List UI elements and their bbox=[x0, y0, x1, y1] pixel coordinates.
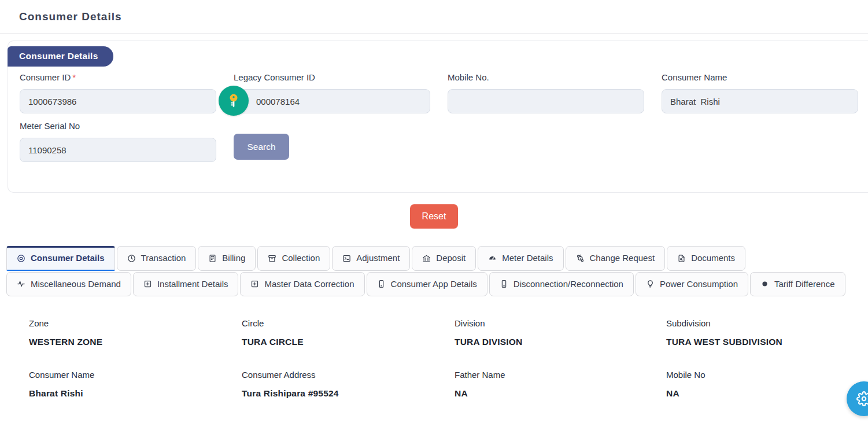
detail-label: Consumer Address bbox=[242, 370, 455, 380]
detail-value: TURA WEST SUBDIVISION bbox=[666, 337, 862, 347]
key-icon[interactable] bbox=[219, 86, 249, 116]
detail-zone: Zone WESTERN ZONE bbox=[29, 318, 242, 347]
gauge-icon bbox=[488, 254, 497, 263]
search-button-cell: Search bbox=[234, 121, 430, 162]
activity-icon bbox=[17, 280, 25, 288]
detail-label: Zone bbox=[29, 318, 242, 328]
tab-consumer-details[interactable]: Consumer Details bbox=[6, 246, 115, 271]
tab-label: Meter Details bbox=[502, 253, 553, 263]
tab-billing[interactable]: Billing bbox=[198, 246, 256, 271]
file-search-icon bbox=[677, 254, 686, 263]
legacy-consumer-id-input[interactable] bbox=[234, 89, 430, 113]
tab-label: Consumer App Details bbox=[391, 280, 477, 289]
tab-label: Power Consumption bbox=[660, 280, 738, 289]
search-button[interactable]: Search bbox=[234, 134, 289, 160]
reset-button[interactable]: Reset bbox=[410, 204, 458, 229]
detail-consumer-name: Consumer Name Bharat Rishi bbox=[29, 370, 242, 399]
consumer-name-input[interactable] bbox=[662, 89, 858, 113]
reset-row: Reset bbox=[0, 204, 868, 229]
tab-label: Master Data Correction bbox=[264, 280, 354, 289]
consumer-name-label: Consumer Name bbox=[662, 72, 858, 82]
search-form: Consumer ID* Legacy Consumer ID bbox=[20, 72, 856, 162]
detail-label: Mobile No bbox=[666, 370, 862, 380]
detail-value: NA bbox=[455, 388, 666, 399]
detail-label: Circle bbox=[242, 318, 455, 328]
detail-consumer-address: Consumer Address Tura Rishipara #95524 bbox=[242, 370, 455, 399]
tab-deposit[interactable]: Deposit bbox=[412, 246, 476, 271]
bulb-icon bbox=[646, 280, 655, 288]
tab-label: Billing bbox=[222, 253, 245, 263]
tab-master-data-correction[interactable]: Master Data Correction bbox=[240, 272, 364, 297]
tab-label: Change Request bbox=[590, 253, 655, 263]
detail-division: Division TURA DIVISION bbox=[455, 318, 666, 347]
detail-label: Father Name bbox=[455, 370, 666, 380]
mobile-no-field-group: Mobile No. bbox=[448, 72, 644, 113]
required-asterisk: * bbox=[72, 72, 76, 82]
meter-serial-field-group: Meter Serial No bbox=[20, 121, 216, 162]
plus-square-icon bbox=[250, 280, 259, 288]
tab-disconnection-reconnection[interactable]: Disconnection/Reconnection bbox=[489, 272, 634, 297]
legacy-consumer-id-field-group: Legacy Consumer ID bbox=[234, 72, 430, 113]
tab-label: Transaction bbox=[141, 253, 186, 263]
tab-label: Installment Details bbox=[157, 280, 228, 289]
consumer-id-field-group: Consumer ID* bbox=[20, 72, 216, 113]
detail-subdivision: Subdivision TURA WEST SUBDIVISION bbox=[666, 318, 862, 347]
detail-father-name: Father Name NA bbox=[455, 370, 666, 399]
target-icon bbox=[17, 254, 25, 263]
tab-label: Documents bbox=[691, 253, 735, 263]
tab-label: Miscellaneous Demand bbox=[31, 280, 121, 289]
detail-value: Tura Rishipara #95524 bbox=[242, 388, 455, 399]
ledger-icon bbox=[208, 254, 217, 263]
consumer-id-label-text: Consumer ID bbox=[20, 72, 71, 82]
tab-transaction[interactable]: Transaction bbox=[117, 246, 197, 271]
detail-value: TURA CIRCLE bbox=[242, 337, 455, 347]
detail-label: Subdivision bbox=[666, 318, 862, 328]
tab-bar: Consumer Details Transaction Billing Col… bbox=[6, 246, 862, 296]
detail-circle: Circle TURA CIRCLE bbox=[242, 318, 455, 347]
consumer-id-input[interactable] bbox=[20, 89, 216, 113]
dot-icon bbox=[760, 280, 769, 288]
page-header: Consumer Details bbox=[0, 0, 868, 34]
detail-value: Bharat Rishi bbox=[29, 388, 242, 399]
tab-adjustment[interactable]: Adjustment bbox=[332, 246, 410, 271]
tab-label: Collection bbox=[282, 253, 320, 263]
meter-serial-input[interactable] bbox=[20, 138, 216, 162]
tab-collection[interactable]: Collection bbox=[257, 246, 330, 271]
tab-change-request[interactable]: Change Request bbox=[566, 246, 666, 271]
consumer-details-panel: Zone WESTERN ZONE Circle TURA CIRCLE Div… bbox=[6, 296, 862, 399]
git-compare-icon bbox=[576, 254, 585, 263]
detail-label: Division bbox=[455, 318, 666, 328]
tab-label: Deposit bbox=[436, 253, 466, 263]
tab-miscellaneous-demand[interactable]: Miscellaneous Demand bbox=[6, 272, 131, 297]
box-icon bbox=[268, 254, 276, 263]
tab-installment-details[interactable]: Installment Details bbox=[133, 272, 239, 297]
consumer-search-card: Consumer Details Consumer ID* Legacy Con… bbox=[8, 41, 868, 193]
key-icon-glyph bbox=[225, 92, 242, 109]
tab-consumer-app-details[interactable]: Consumer App Details bbox=[367, 272, 487, 297]
tab-documents[interactable]: Documents bbox=[667, 246, 745, 271]
terminal-icon bbox=[342, 254, 351, 263]
tab-label: Adjustment bbox=[356, 253, 400, 263]
mobile-no-input[interactable] bbox=[448, 89, 644, 113]
consumer-name-field-group: Consumer Name bbox=[662, 72, 858, 113]
consumer-id-label: Consumer ID* bbox=[20, 72, 216, 82]
mobile-no-label: Mobile No. bbox=[448, 72, 644, 82]
tab-label: Tariff Difference bbox=[774, 280, 835, 289]
card-badge: Consumer Details bbox=[8, 46, 113, 67]
bank-icon bbox=[422, 254, 431, 263]
detail-label: Consumer Name bbox=[29, 370, 242, 380]
smartphone-icon bbox=[500, 280, 508, 288]
consumer-tabs-section: Consumer Details Transaction Billing Col… bbox=[6, 246, 862, 399]
tab-tariff-difference[interactable]: Tariff Difference bbox=[750, 272, 845, 297]
page-title: Consumer Details bbox=[19, 10, 122, 23]
tab-label: Consumer Details bbox=[31, 253, 105, 263]
detail-mobile-no: Mobile No NA bbox=[666, 370, 862, 399]
clock-icon bbox=[127, 254, 136, 263]
detail-value: WESTERN ZONE bbox=[29, 337, 242, 347]
detail-value: TURA DIVISION bbox=[455, 337, 666, 347]
gear-icon bbox=[856, 391, 868, 406]
tab-label: Disconnection/Reconnection bbox=[514, 280, 623, 289]
plus-square-icon bbox=[143, 280, 152, 288]
tab-power-consumption[interactable]: Power Consumption bbox=[636, 272, 748, 297]
tab-meter-details[interactable]: Meter Details bbox=[478, 246, 563, 271]
